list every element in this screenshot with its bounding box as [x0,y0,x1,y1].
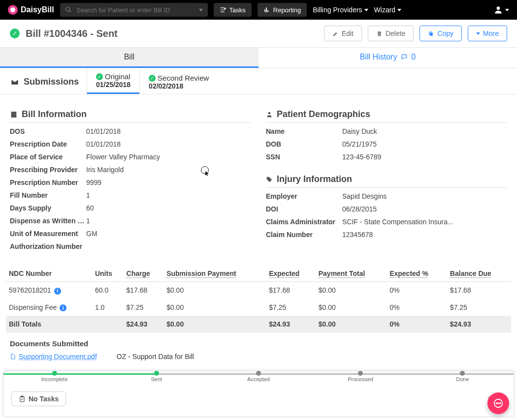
svg-point-0 [497,6,500,10]
svg-point-1 [268,112,271,114]
progress-bar: IncompleteSentAcceptedProcessedDone [3,371,514,381]
tab-bill-history[interactable]: Bill History 0 [258,48,517,68]
more-label: More [483,30,499,37]
field-label: Claim Number [266,231,342,239]
field-value: 01/01/2018 [86,140,121,148]
field-label: Prescribing Provider [10,166,86,174]
nav-billing-providers[interactable]: Billing Providers [313,6,368,14]
check-icon: ✓ [149,75,156,82]
chat-icon [493,398,504,409]
nav-tasks-button[interactable]: Tasks [214,3,252,17]
bill-info-row: Unit of MeasurementGM [10,227,251,240]
pdf-icon [10,353,16,360]
tab-bill[interactable]: Bill [0,48,258,68]
field-label: DOI [266,205,342,213]
field-label: SSN [266,153,342,161]
bill-header: ✓ Bill #1004346 - Sent Edit Delete Copy … [0,20,517,48]
ndc-charge: $17.68 [124,282,164,299]
field-label: Authorization Number [10,242,86,250]
right-panels: Patient Demographics NameDaisy DuckDOB05… [266,109,507,253]
copy-icon [428,30,434,37]
ndc-row: 59762018201 i60.0$17.68$0.00$17.68$0.000… [6,282,511,299]
field-value: 9999 [86,179,101,186]
ndc-table: NDC NumberUnitsChargeSubmission PaymentE… [6,266,511,332]
field-value: 05/21/1975 [342,140,377,148]
field-value: GM [86,230,97,238]
field-label: DOB [266,140,342,148]
ndc-col-header: Expected [266,266,316,282]
info-icon[interactable]: i [54,288,61,295]
copy-label: Copy [437,30,453,37]
progress-stage-label: Accepted [207,376,309,382]
bill-info-row: Prescribing ProviderIris Marigold [10,163,251,176]
search-input[interactable] [76,6,195,14]
submissions-subtabs: Submissions ✓Original 01/25/2018 ✓Second… [0,68,517,94]
field-value: SCIF - State Compensation Insura... [342,218,453,226]
subtab-original[interactable]: ✓Original 01/25/2018 [87,68,139,94]
subtab-second-review[interactable]: ✓Second Review 02/02/2018 [139,70,218,94]
field-value: 1 [86,217,90,225]
brand[interactable]: DaisyBill [8,5,54,15]
nav-wizard[interactable]: Wizard [374,6,402,14]
no-tasks-button[interactable]: No Tasks [11,391,66,406]
bill-info-row: Fill Number1 [10,189,251,202]
field-value: 1 [86,191,90,199]
patient-title: Patient Demographics [277,109,370,120]
chart-icon [263,6,270,13]
patient-row: NameDaisy Duck [266,125,507,138]
svg-point-6 [500,403,501,404]
progress-stage-label: Incomplete [3,376,105,382]
nav-tasks-label: Tasks [229,6,246,14]
user-menu[interactable] [493,5,509,15]
ndc-pay: $0.00 [316,282,387,299]
clipboard-icon [19,395,26,402]
info-panels: Bill Information DOS01/01/2018Prescripti… [0,94,517,253]
ndc-row: Dispensing Fee i1.0$7.25$0.00$7.25$0.000… [6,299,511,316]
field-value: Iris Marigold [86,166,124,174]
status-sent-icon: ✓ [10,29,20,38]
more-button[interactable]: More [468,26,507,41]
doc-desc: OZ - Support Data for Bill [117,353,194,360]
edit-button[interactable]: Edit [324,26,362,41]
progress-stage-label: Sent [105,376,207,382]
svg-point-5 [498,403,499,404]
ndc-pay: $0.00 [316,299,387,316]
delete-label: Delete [386,30,405,37]
search-box[interactable] [60,3,208,17]
supporting-document-link[interactable]: Supporting Document.pdf [10,353,97,360]
chat-bubble-button[interactable] [487,392,509,414]
field-label: Days Supply [10,204,86,212]
nav-reporting-label: Reporting [273,6,301,14]
progress-footer: IncompleteSentAcceptedProcessedDone No T… [3,371,514,417]
field-label: Dispense as Written C... [10,217,86,225]
field-label: Employer [266,192,342,200]
copy-button[interactable]: Copy [420,26,462,41]
tasks-icon [220,6,226,13]
tab-history-count: 0 [411,53,416,61]
field-label: Name [266,127,342,135]
nav-reporting-button[interactable]: Reporting [258,3,307,17]
injury-row: DOI06/28/2015 [266,203,507,215]
nav-billing-label: Billing Providers [313,6,362,14]
edit-label: Edit [342,30,354,37]
field-value: 06/28/2015 [342,205,377,213]
bill-title: Bill #1004346 - Sent [26,28,318,39]
ndc-table-section: NDC NumberUnitsChargeSubmission PaymentE… [6,266,511,332]
doc-link-text: Supporting Document.pdf [19,353,97,360]
trash-icon [376,30,383,37]
field-label: Prescription Number [10,179,86,186]
tag-icon [266,176,273,183]
progress-dot [358,371,363,376]
ndc-bal: $17.68 [447,282,511,299]
info-icon[interactable]: i [60,304,66,311]
ndc-charge: $7.25 [124,299,164,316]
field-label: Claims Administrator [266,218,342,226]
ndc-totals-row: Bill Totals$24.93$0.00$24.93$0.000%$24.9… [6,316,511,332]
bill-info-row: Dispense as Written C...1 [10,214,251,227]
bill-info-row: Prescription Date01/01/2018 [10,138,251,150]
subtab-original-date: 01/25/2018 [96,81,130,89]
injury-title: Injury Information [277,174,352,184]
delete-button[interactable]: Delete [368,26,414,41]
ndc-units: 60.0 [92,282,124,299]
progress-dot [52,371,57,376]
